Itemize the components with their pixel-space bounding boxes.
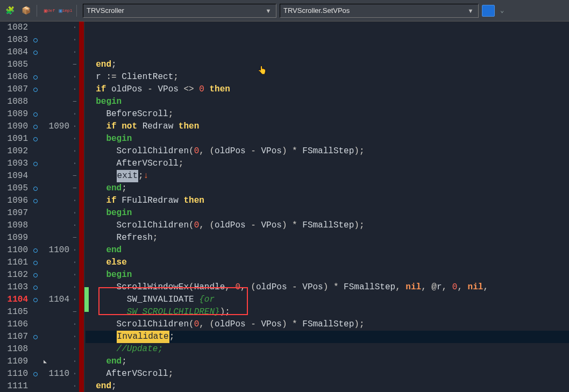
code-line[interactable]: if FFullRedraw then bbox=[86, 195, 569, 207]
fold-indicator[interactable]: · bbox=[70, 355, 79, 368]
fold-indicator[interactable]: · bbox=[70, 108, 79, 120]
line-number: 1103 bbox=[0, 281, 28, 294]
code-line[interactable]: begin bbox=[86, 133, 569, 145]
method-combo[interactable]: TRVScroller.SetVPos ▼ bbox=[280, 4, 479, 18]
fold-indicator[interactable]: · bbox=[70, 380, 79, 392]
fold-indicator[interactable]: · bbox=[70, 46, 79, 59]
fold-indicator[interactable]: · bbox=[70, 294, 79, 306]
line-number: 1092 bbox=[0, 145, 28, 158]
code-line[interactable]: begin bbox=[86, 269, 569, 281]
code-line[interactable]: ScrollChildren(0, (oldPos - VPos) * FSma… bbox=[86, 219, 569, 232]
gutter-secondary-num bbox=[41, 281, 69, 294]
code-line[interactable]: if oldPos - VPos <> 0 then bbox=[86, 83, 569, 96]
gutter-marker bbox=[30, 269, 41, 281]
fold-indicator[interactable]: − bbox=[70, 170, 79, 182]
code-editor[interactable]: 1082108310841085108610871088108910901091… bbox=[0, 22, 569, 392]
code-line[interactable]: exit;↓ bbox=[86, 170, 569, 182]
fold-indicator[interactable]: · bbox=[70, 145, 79, 158]
fold-indicator[interactable]: · bbox=[70, 207, 79, 219]
chevron-down-icon: ▼ bbox=[466, 8, 475, 14]
gutter-marker bbox=[30, 120, 41, 133]
line-number: 1095 bbox=[0, 182, 28, 195]
fold-indicator[interactable]: · bbox=[70, 120, 79, 133]
line-number: 1085 bbox=[0, 59, 28, 71]
fold-indicator[interactable]: · bbox=[70, 244, 79, 256]
code-area[interactable]: 👆 end; r := ClientRect; if oldPos - VPos… bbox=[84, 22, 569, 392]
fold-indicator[interactable]: · bbox=[70, 318, 79, 331]
code-line[interactable]: AfterVScroll; bbox=[86, 368, 569, 380]
gutter-markers bbox=[30, 22, 41, 392]
gutter-secondary-num bbox=[41, 145, 69, 158]
line-number: 1108 bbox=[0, 343, 28, 355]
gutter-marker bbox=[30, 133, 41, 145]
code-line[interactable]: SW_INVALIDATE {or bbox=[86, 294, 569, 306]
code-line[interactable]: SW_SCROLLCHILDREN}); bbox=[86, 306, 569, 318]
code-line[interactable]: ScrollWindowEx(Handle, 0, (oldPos - VPos… bbox=[86, 281, 569, 294]
code-line[interactable]: AfterVScroll; bbox=[86, 158, 569, 170]
fold-indicator[interactable]: · bbox=[70, 343, 79, 355]
fold-indicator[interactable]: · bbox=[70, 83, 79, 96]
fold-indicator[interactable]: · bbox=[70, 158, 79, 170]
line-number: 1105 bbox=[0, 306, 28, 318]
structure-tree-icon[interactable]: 🧩 bbox=[3, 4, 16, 17]
gutter-line-numbers: 1082108310841085108610871088108910901091… bbox=[0, 22, 30, 392]
gutter-secondary-num bbox=[41, 108, 69, 120]
fold-indicator[interactable]: · bbox=[70, 368, 79, 380]
gutter-secondary-num: 1100 bbox=[41, 244, 69, 256]
gutter-secondary-num bbox=[41, 318, 69, 331]
code-line[interactable]: end; bbox=[86, 355, 569, 368]
fold-indicator[interactable]: · bbox=[70, 34, 79, 46]
fold-indicator[interactable]: · bbox=[70, 281, 79, 294]
fold-indicator[interactable]: · bbox=[70, 256, 79, 269]
fold-indicator[interactable]: · bbox=[70, 331, 79, 343]
code-line[interactable]: end; bbox=[86, 380, 569, 392]
chevron-down-icon[interactable]: ⌄ bbox=[498, 6, 504, 15]
gutter-secondary-num bbox=[41, 343, 69, 355]
fold-indicator[interactable]: − bbox=[70, 306, 79, 318]
fold-indicator[interactable]: · bbox=[70, 269, 79, 281]
gutter-secondary-num bbox=[41, 269, 69, 281]
code-line[interactable]: end; bbox=[86, 182, 569, 195]
code-line[interactable]: else bbox=[86, 256, 569, 269]
code-line[interactable]: Refresh; bbox=[86, 232, 569, 244]
line-number: 1090 bbox=[0, 120, 28, 133]
fold-indicator[interactable]: − bbox=[70, 182, 79, 195]
fold-indicator[interactable]: · bbox=[70, 195, 79, 207]
code-line[interactable]: Invalidate; bbox=[86, 331, 569, 343]
gutter-marker bbox=[30, 294, 41, 306]
code-line[interactable]: ScrollChildren(0, (oldPos - VPos) * FSma… bbox=[86, 318, 569, 331]
code-line[interactable]: begin bbox=[86, 96, 569, 108]
code-line[interactable]: if not Redraw then bbox=[86, 120, 569, 133]
gutter-marker bbox=[30, 158, 41, 170]
code-line[interactable]: r := ClientRect; bbox=[86, 71, 569, 83]
fold-indicator[interactable]: · bbox=[70, 133, 79, 145]
code-line[interactable]: BeforeScroll; bbox=[86, 108, 569, 120]
fold-indicator[interactable]: − bbox=[70, 59, 79, 71]
code-line[interactable]: //Update; bbox=[86, 343, 569, 355]
fold-indicator[interactable]: · bbox=[70, 219, 79, 232]
line-number: 1093 bbox=[0, 158, 28, 170]
line-number: 1094 bbox=[0, 170, 28, 182]
fold-indicator[interactable]: − bbox=[70, 232, 79, 244]
gutter-marker bbox=[30, 46, 41, 59]
code-line[interactable]: end bbox=[86, 244, 569, 256]
toolbar-sep bbox=[37, 5, 39, 17]
code-line[interactable]: end; bbox=[86, 59, 569, 71]
class-icon[interactable]: 📦 bbox=[19, 4, 32, 17]
nav-def-icon[interactable]: ▣def bbox=[43, 4, 56, 17]
gutter-secondary-num bbox=[41, 133, 69, 145]
fold-indicator[interactable]: − bbox=[70, 96, 79, 108]
class-combo[interactable]: TRVScroller ▼ bbox=[83, 4, 276, 18]
nav-impl-icon[interactable]: ▣impl bbox=[59, 4, 72, 17]
layout-icon[interactable] bbox=[482, 5, 495, 17]
code-line[interactable]: begin bbox=[86, 207, 569, 219]
line-number: 1107 bbox=[0, 331, 28, 343]
line-number: 1082 bbox=[0, 22, 28, 34]
gutter-marker bbox=[30, 219, 41, 232]
fold-indicator[interactable]: · bbox=[70, 22, 79, 34]
fold-indicator[interactable]: · bbox=[70, 71, 79, 83]
gutter-marker bbox=[30, 380, 41, 392]
gutter-secondary-num bbox=[41, 219, 69, 232]
code-line[interactable]: ScrollChildren(0, (oldPos - VPos) * FSma… bbox=[86, 145, 569, 158]
toolbar: 🧩 📦 ▣def ▣impl TRVScroller ▼ TRVScroller… bbox=[0, 0, 569, 22]
